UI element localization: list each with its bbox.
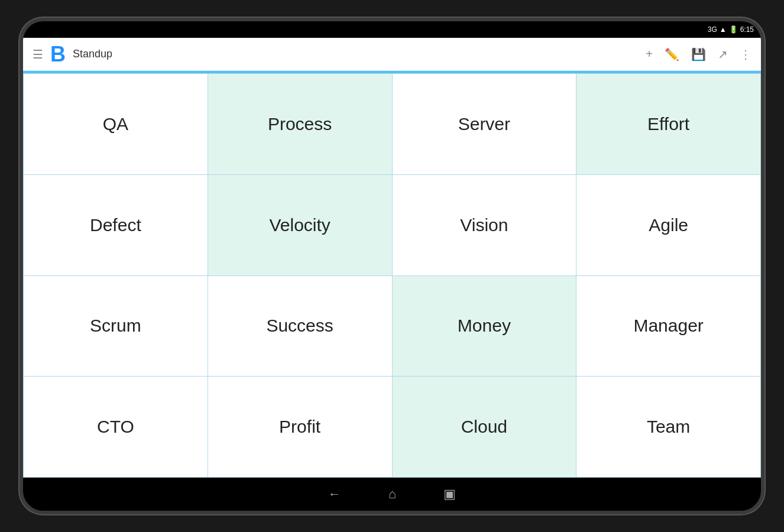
grid-cell-text-r0c2: Server	[458, 114, 510, 134]
grid-cell-text-r1c2: Vision	[460, 215, 508, 235]
status-bar: 3G ▲ 🔋 6:15	[23, 21, 761, 38]
home-button[interactable]: ⌂	[388, 486, 396, 502]
tablet-shell: 3G ▲ 🔋 6:15 ☰ B Standup + ✏️ 💾 ↗ ⋮ QAPro…	[20, 18, 764, 514]
grid-cell-r0c0[interactable]: QA	[24, 74, 208, 175]
grid-cell-r3c0[interactable]: CTO	[24, 377, 208, 478]
edit-button[interactable]: ✏️	[665, 47, 679, 61]
grid-cell-text-r3c3: Team	[647, 417, 690, 437]
grid-cell-r3c3[interactable]: Team	[576, 377, 761, 478]
grid-cell-r1c3[interactable]: Agile	[576, 175, 761, 276]
grid-cell-r2c1[interactable]: Success	[208, 276, 393, 377]
grid-cell-r2c3[interactable]: Manager	[576, 276, 761, 377]
grid-cell-text-r2c0: Scrum	[90, 316, 141, 336]
app-bar-actions: + ✏️ 💾 ↗ ⋮	[646, 47, 751, 61]
menu-icon[interactable]: ☰	[33, 47, 43, 61]
grid-cell-text-r3c0: CTO	[97, 417, 134, 437]
grid-cell-text-r3c2: Cloud	[461, 417, 507, 437]
bingo-grid: QAProcessServerEffortDefectVelocityVisio…	[23, 73, 761, 478]
app-logo: B	[50, 44, 66, 65]
screen: ☰ B Standup + ✏️ 💾 ↗ ⋮ QAProcessServerEf…	[23, 38, 761, 478]
grid-cell-r0c3[interactable]: Effort	[576, 74, 761, 175]
wifi-icon: ▲	[720, 25, 727, 34]
grid-cell-text-r2c2: Money	[458, 316, 511, 336]
grid-cell-r2c2[interactable]: Money	[393, 276, 577, 377]
share-button[interactable]: ↗	[718, 47, 728, 61]
save-button[interactable]: 💾	[691, 47, 706, 61]
app-bar: ☰ B Standup + ✏️ 💾 ↗ ⋮	[23, 38, 761, 71]
status-icons: 3G ▲ 🔋 6:15	[708, 25, 754, 34]
nav-bar: ← ⌂ ▣	[23, 478, 761, 511]
grid-cell-text-r0c0: QA	[103, 114, 128, 134]
grid-cell-r3c2[interactable]: Cloud	[393, 377, 577, 478]
grid-cell-text-r2c3: Manager	[633, 316, 703, 336]
grid-cell-text-r1c3: Agile	[649, 215, 688, 235]
signal-indicator: 3G	[708, 25, 717, 34]
grid-cell-text-r0c1: Process	[268, 114, 332, 134]
battery-icon: 🔋	[729, 25, 738, 34]
time-display: 6:15	[740, 25, 754, 34]
grid-cell-text-r1c1: Velocity	[269, 215, 330, 235]
grid-cell-r0c2[interactable]: Server	[393, 74, 577, 175]
grid-cell-r1c0[interactable]: Defect	[24, 175, 208, 276]
grid-cell-text-r2c1: Success	[266, 316, 333, 336]
grid-cell-text-r1c0: Defect	[90, 215, 141, 235]
grid-cell-text-r0c3: Effort	[647, 114, 689, 134]
more-options-button[interactable]: ⋮	[740, 47, 751, 61]
grid-cell-r0c1[interactable]: Process	[208, 74, 393, 175]
app-title: Standup	[73, 48, 112, 60]
add-button[interactable]: +	[646, 47, 653, 61]
grid-cell-r2c0[interactable]: Scrum	[24, 276, 208, 377]
grid-cell-r1c2[interactable]: Vision	[393, 175, 577, 276]
grid-cell-r1c1[interactable]: Velocity	[208, 175, 393, 276]
grid-cell-r3c1[interactable]: Profit	[208, 377, 393, 478]
back-button[interactable]: ←	[328, 486, 341, 502]
grid-cell-text-r3c1: Profit	[279, 417, 320, 437]
recent-apps-button[interactable]: ▣	[443, 486, 456, 502]
